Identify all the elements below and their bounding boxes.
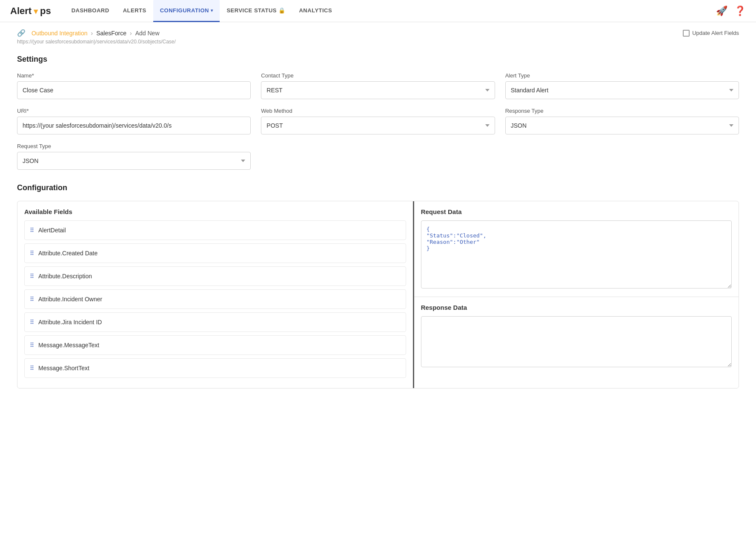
navbar: Alert▼ps DASHBOARD ALERTS CONFIGURATION …	[0, 0, 756, 22]
drag-icon: ⠿	[30, 342, 34, 349]
configuration-body: Available Fields ⠿ AlertDetail⠿ Attribut…	[17, 201, 739, 389]
web-method-group: Web Method POST	[261, 108, 495, 134]
drag-icon: ⠿	[30, 273, 34, 280]
list-item[interactable]: ⠿ Attribute.Created Date	[24, 243, 406, 263]
breadcrumb-outbound[interactable]: Outbound Integration	[32, 30, 88, 37]
list-item[interactable]: ⠿ Attribute.Incident Owner	[24, 289, 406, 309]
response-data-panel: Response Data	[414, 297, 739, 388]
name-label: Name*	[17, 72, 251, 79]
request-type-label: Request Type	[17, 143, 251, 149]
request-type-group: Request Type JSON	[17, 143, 251, 170]
field-item-label: Attribute.Description	[38, 273, 92, 280]
drag-icon: ⠿	[30, 250, 34, 257]
nav-service-status[interactable]: SERVICE STATUS 🔒	[220, 0, 292, 22]
request-data-textarea[interactable]	[421, 220, 732, 289]
uri-field-group: URI*	[17, 108, 251, 134]
drag-icon: ⠿	[30, 365, 34, 371]
logo-text: Alert▼ps	[10, 6, 51, 17]
request-data-title: Request Data	[421, 208, 732, 215]
field-item-label: Message.MessageText	[38, 342, 99, 349]
alert-type-group: Alert Type Standard Alert	[505, 72, 739, 99]
name-field-group: Name*	[17, 72, 251, 99]
response-type-label: Response Type	[505, 108, 739, 114]
available-fields-panel: Available Fields ⠿ AlertDetail⠿ Attribut…	[17, 201, 414, 388]
url-display: https://(your salesforcesubdomain)/servi…	[0, 37, 756, 45]
logo-ops: ps	[40, 6, 51, 16]
nav-alerts[interactable]: ALERTS	[116, 0, 153, 22]
update-alert-fields: Update Alert Fields	[683, 30, 739, 37]
update-alert-label: Update Alert Fields	[692, 30, 739, 36]
lock-icon: 🔒	[278, 7, 286, 14]
response-data-title: Response Data	[421, 304, 732, 311]
web-method-label: Web Method	[261, 108, 495, 114]
field-item-label: Attribute.Incident Owner	[38, 296, 102, 303]
help-icon[interactable]: ❓	[734, 6, 746, 17]
chevron-down-icon: ▾	[211, 8, 213, 13]
right-panel: Request Data Response Data	[414, 201, 739, 388]
update-alert-checkbox[interactable]	[683, 30, 690, 37]
request-data-panel: Request Data	[414, 201, 739, 297]
settings-title: Settings	[17, 55, 739, 64]
alert-type-select[interactable]: Standard Alert	[505, 81, 739, 99]
rocket-icon[interactable]: 🚀	[716, 6, 727, 17]
breadcrumb-add-new: Add New	[135, 30, 160, 37]
field-item-label: Message.ShortText	[38, 365, 89, 371]
breadcrumb-sep-2: ›	[130, 30, 132, 37]
breadcrumb: 🔗 Outbound Integration › SalesForce › Ad…	[17, 29, 160, 37]
list-item[interactable]: ⠿ Message.MessageText	[24, 335, 406, 355]
update-alert-checkbox-label[interactable]: Update Alert Fields	[683, 30, 739, 37]
request-type-select[interactable]: JSON	[17, 152, 251, 170]
breadcrumb-bar: 🔗 Outbound Integration › SalesForce › Ad…	[0, 22, 756, 37]
uri-label: URI*	[17, 108, 251, 114]
logo-icon: ▼	[32, 7, 40, 16]
list-item[interactable]: ⠿ Attribute.Description	[24, 266, 406, 286]
configuration-section: Configuration Available Fields ⠿ AlertDe…	[17, 183, 739, 389]
nav-right: 🚀 ❓	[716, 6, 746, 17]
contact-type-group: Contact Type REST	[261, 72, 495, 99]
logo-alert: Alert	[10, 6, 32, 16]
field-item-label: Attribute.Created Date	[38, 250, 97, 257]
link-icon: 🔗	[17, 29, 26, 37]
drag-icon: ⠿	[30, 227, 34, 234]
breadcrumb-salesforce[interactable]: SalesForce	[96, 30, 126, 37]
response-type-group: Response Type JSON	[505, 108, 739, 134]
nav-analytics[interactable]: ANALYTICS	[292, 0, 339, 22]
configuration-title: Configuration	[17, 183, 739, 192]
contact-type-select[interactable]: REST	[261, 81, 495, 99]
alert-type-label: Alert Type	[505, 72, 739, 79]
response-type-select[interactable]: JSON	[505, 117, 739, 134]
available-fields-title: Available Fields	[24, 208, 406, 215]
logo[interactable]: Alert▼ps	[10, 6, 51, 17]
main-content: Settings Name* Contact Type REST Alert T…	[0, 45, 756, 399]
list-item[interactable]: ⠿ AlertDetail	[24, 220, 406, 240]
settings-form: Name* Contact Type REST Alert Type Stand…	[17, 72, 739, 170]
field-item-label: AlertDetail	[38, 227, 66, 234]
nav-configuration[interactable]: CONFIGURATION ▾	[153, 0, 220, 22]
drag-icon: ⠿	[30, 319, 34, 326]
field-item-label: Attribute.Jira Incident ID	[38, 319, 102, 326]
fields-list: ⠿ AlertDetail⠿ Attribute.Created Date⠿ A…	[24, 220, 406, 378]
list-item[interactable]: ⠿ Message.ShortText	[24, 358, 406, 378]
drag-icon: ⠿	[30, 296, 34, 303]
contact-type-label: Contact Type	[261, 72, 495, 79]
name-input[interactable]	[17, 81, 251, 99]
uri-input[interactable]	[17, 117, 251, 134]
nav-links: DASHBOARD ALERTS CONFIGURATION ▾ SERVICE…	[65, 0, 716, 22]
nav-dashboard[interactable]: DASHBOARD	[65, 0, 116, 22]
breadcrumb-sep-1: ›	[91, 30, 93, 37]
response-data-textarea[interactable]	[421, 316, 732, 367]
list-item[interactable]: ⠿ Attribute.Jira Incident ID	[24, 312, 406, 332]
web-method-select[interactable]: POST	[261, 117, 495, 134]
